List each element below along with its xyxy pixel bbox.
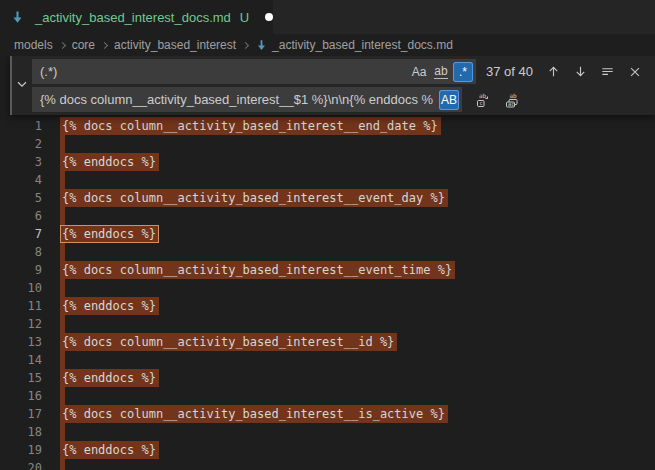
editor-line[interactable]: 5{% docs column__activity_based_interest… — [0, 189, 655, 207]
svg-text:ac: ac — [508, 101, 515, 107]
match-highlight — [60, 243, 65, 261]
preserve-case-button[interactable]: AB — [439, 90, 459, 110]
match-highlight — [60, 135, 65, 153]
code-text[interactable]: {% docs column__activity_based_interest_… — [42, 117, 655, 135]
editor-line[interactable]: 15{% enddocs %} — [0, 369, 655, 387]
editor-line[interactable]: 17{% docs column__activity_based_interes… — [0, 405, 655, 423]
code-text[interactable]: {% docs column__activity_based_interest_… — [42, 333, 655, 351]
next-match-button[interactable] — [570, 61, 591, 82]
breadcrumb-activity-based-interest[interactable]: activity_based_interest — [114, 38, 236, 52]
editor-line[interactable]: 8 — [0, 243, 655, 261]
line-number: 9 — [0, 261, 42, 279]
code-text[interactable]: {% enddocs %} — [42, 225, 655, 243]
arrow-down-icon — [573, 64, 588, 79]
match-highlight: {% enddocs %} — [60, 153, 159, 171]
editor-line[interactable]: 6 — [0, 207, 655, 225]
match-highlight: {% docs column__activity_based_interest_… — [60, 189, 448, 207]
code-text[interactable] — [42, 279, 655, 297]
code-text[interactable] — [42, 243, 655, 261]
match-case-button[interactable]: Aa — [409, 62, 429, 82]
editor[interactable]: 1{% docs column__activity_based_interest… — [0, 56, 655, 470]
code-text[interactable]: {% docs column__activity_based_interest_… — [42, 189, 655, 207]
code-text[interactable] — [42, 459, 655, 470]
chevron-down-icon — [15, 77, 29, 95]
svg-text:c: c — [479, 100, 482, 106]
line-number: 16 — [0, 387, 42, 405]
find-in-selection-button[interactable] — [597, 61, 618, 82]
code-text[interactable]: {% docs column__activity_based_interest_… — [42, 261, 655, 279]
regex-button[interactable]: .* — [453, 62, 473, 82]
editor-line[interactable]: 1{% docs column__activity_based_interest… — [0, 117, 655, 135]
find-input[interactable] — [32, 64, 407, 79]
match-highlight: {% enddocs %} — [60, 369, 159, 387]
chevron-right-icon — [59, 41, 66, 48]
previous-match-button[interactable] — [543, 61, 564, 82]
code-text[interactable]: {% enddocs %} — [42, 297, 655, 315]
editor-line[interactable]: 18 — [0, 423, 655, 441]
arrow-up-icon — [546, 64, 561, 79]
code-text[interactable]: {% enddocs %} — [42, 441, 655, 459]
vscode-window: _activity_based_interest_docs.md U model… — [0, 0, 655, 470]
line-number: 14 — [0, 351, 42, 369]
line-number: 13 — [0, 333, 42, 351]
replace-button[interactable]: ab c — [472, 89, 493, 110]
find-input-wrap: Aa ab .* — [32, 59, 476, 84]
unsaved-changes-dot[interactable] — [265, 13, 273, 21]
breadcrumb-core[interactable]: core — [72, 38, 95, 52]
code-text[interactable] — [42, 207, 655, 225]
code-text[interactable] — [42, 351, 655, 369]
line-number: 15 — [0, 369, 42, 387]
breadcrumb-filename[interactable]: _activity_based_interest_docs.md — [272, 38, 453, 52]
code-text[interactable] — [42, 387, 655, 405]
close-find-button[interactable] — [624, 61, 645, 82]
code-text[interactable] — [42, 135, 655, 153]
editor-line[interactable]: 9{% docs column__activity_based_interest… — [0, 261, 655, 279]
line-number: 8 — [0, 243, 42, 261]
editor-line[interactable]: 7{% enddocs %} — [0, 225, 655, 243]
line-number: 1 — [0, 117, 42, 135]
match-highlight — [60, 459, 65, 470]
line-number: 12 — [0, 315, 42, 333]
match-highlight — [60, 207, 65, 225]
match-highlight: {% docs column__activity_based_interest_… — [60, 405, 448, 423]
tab-bar: _activity_based_interest_docs.md U — [0, 0, 655, 34]
editor-line[interactable]: 16 — [0, 387, 655, 405]
code-text[interactable] — [42, 315, 655, 333]
replace-input[interactable] — [32, 92, 437, 107]
tab-activity-based-interest-docs[interactable]: _activity_based_interest_docs.md U — [0, 0, 273, 34]
line-number: 7 — [0, 225, 42, 243]
match-highlight — [60, 351, 65, 369]
code-text[interactable] — [42, 171, 655, 189]
markdown-file-icon — [10, 10, 25, 25]
editor-line[interactable]: 20 — [0, 459, 655, 470]
line-number: 3 — [0, 153, 42, 171]
editor-line[interactable]: 11{% enddocs %} — [0, 297, 655, 315]
find-replace-widget: Aa ab .* 37 of 40 — [10, 56, 655, 115]
whole-word-button[interactable]: ab — [431, 62, 451, 82]
breadcrumb-models[interactable]: models — [14, 38, 53, 52]
toggle-replace-button[interactable] — [12, 56, 32, 115]
code-text[interactable] — [42, 423, 655, 441]
match-highlight: {% docs column__activity_based_interest_… — [60, 261, 455, 279]
editor-line[interactable]: 19{% enddocs %} — [0, 441, 655, 459]
code-text[interactable]: {% enddocs %} — [42, 153, 655, 171]
editor-line[interactable]: 3{% enddocs %} — [0, 153, 655, 171]
match-count: 37 of 40 — [486, 64, 533, 79]
match-highlight — [60, 171, 65, 189]
editor-line[interactable]: 14 — [0, 351, 655, 369]
match-highlight: {% enddocs %} — [60, 297, 159, 315]
code-text[interactable]: {% enddocs %} — [42, 369, 655, 387]
editor-line[interactable]: 4 — [0, 171, 655, 189]
editor-line[interactable]: 12 — [0, 315, 655, 333]
tab-filename: _activity_based_interest_docs.md — [35, 10, 231, 25]
line-number: 6 — [0, 207, 42, 225]
line-number: 18 — [0, 423, 42, 441]
editor-line[interactable]: 2 — [0, 135, 655, 153]
editor-line[interactable]: 13{% docs column__activity_based_interes… — [0, 333, 655, 351]
editor-line[interactable]: 10 — [0, 279, 655, 297]
line-number: 10 — [0, 279, 42, 297]
code-text[interactable]: {% docs column__activity_based_interest_… — [42, 405, 655, 423]
replace-all-button[interactable]: ab ac — [501, 89, 522, 110]
match-highlight: {% enddocs %} — [60, 441, 159, 459]
chevron-right-icon — [242, 41, 249, 48]
